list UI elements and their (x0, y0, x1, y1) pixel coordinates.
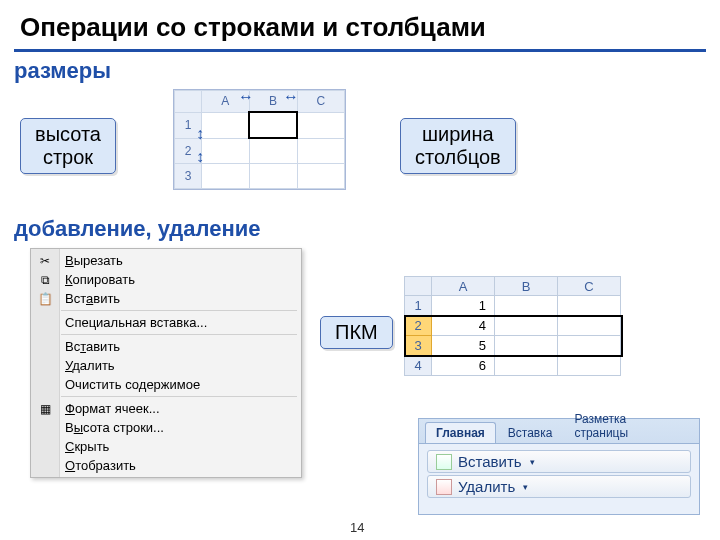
callout-row-height: высота строк (20, 118, 116, 174)
cell[interactable] (495, 356, 558, 376)
ribbon-delete-label: Удалить (458, 478, 515, 495)
cell[interactable]: 4 (432, 316, 495, 336)
menu-item-label: Высота строки... (65, 420, 164, 435)
cell[interactable]: 1 (432, 296, 495, 316)
row-header[interactable]: 2 (405, 316, 432, 336)
row-header[interactable]: 4 (405, 356, 432, 376)
col-resize-icon: ↔ (283, 88, 299, 106)
row-header[interactable]: 1 (405, 296, 432, 316)
col-header: B (495, 277, 558, 296)
menu-item-icon (37, 339, 53, 355)
ribbon: Главная Вставка Разметка страницы Встави… (418, 418, 700, 515)
cell[interactable]: 5 (432, 336, 495, 356)
section-sizes: размеры (0, 52, 720, 88)
menu-item[interactable]: Специальная вставка... (31, 313, 301, 332)
callout-col-width: ширина столбцов (400, 118, 516, 174)
dropdown-icon: ▾ (523, 482, 528, 492)
menu-separator (61, 334, 297, 335)
menu-item[interactable]: 📋Вставить (31, 289, 301, 308)
ribbon-insert-label: Вставить (458, 453, 522, 470)
menu-item-icon: ⧉ (37, 272, 53, 288)
callout-rmb: ПКМ (320, 316, 393, 349)
ribbon-delete-button[interactable]: Удалить ▾ (427, 475, 691, 498)
menu-item[interactable]: ⧉Копировать (31, 270, 301, 289)
col-header: C (558, 277, 621, 296)
cell[interactable] (495, 316, 558, 336)
cell[interactable] (558, 296, 621, 316)
dropdown-icon: ▾ (530, 457, 535, 467)
menu-separator (61, 310, 297, 311)
context-menu[interactable]: ✂Вырезать⧉Копировать📋ВставитьСпециальная… (30, 248, 302, 478)
grid-corner (175, 91, 202, 113)
menu-item-icon: ✂ (37, 253, 53, 269)
menu-item[interactable]: ✂Вырезать (31, 251, 301, 270)
ribbon-insert-button[interactable]: Вставить ▾ (427, 450, 691, 473)
cell[interactable] (495, 336, 558, 356)
menu-item[interactable]: Высота строки... (31, 418, 301, 437)
col-resize-icon: ↔ (238, 88, 254, 106)
row-header[interactable]: 3 (405, 336, 432, 356)
menu-item[interactable]: Скрыть (31, 437, 301, 456)
page-title: Операции со строками и столбцами (0, 0, 720, 49)
delete-cells-icon (436, 479, 452, 495)
menu-item-label: Отобразить (65, 458, 136, 473)
menu-item-label: Скрыть (65, 439, 109, 454)
row-resize-icon: ↕ (196, 148, 204, 166)
menu-item-icon (37, 377, 53, 393)
cell[interactable]: 6 (432, 356, 495, 376)
data-grid: A B C 11243546 (404, 276, 621, 376)
menu-item-label: Вставить (65, 339, 120, 354)
menu-item[interactable]: Очистить содержимое (31, 375, 301, 394)
row-header: 3 (175, 164, 202, 189)
menu-item-label: Очистить содержимое (65, 377, 200, 392)
section-addremove: добавление, удаление (0, 210, 261, 246)
menu-item-label: Вставить (65, 291, 120, 306)
menu-item[interactable]: Вставить (31, 337, 301, 356)
menu-item-icon (37, 439, 53, 455)
cell[interactable] (558, 316, 621, 336)
ribbon-tab-layout[interactable]: Разметка страницы (564, 409, 691, 443)
menu-item-label: Специальная вставка... (65, 315, 207, 330)
menu-item-icon: 📋 (37, 291, 53, 307)
menu-item-icon (37, 358, 53, 374)
menu-item[interactable]: Отобразить (31, 456, 301, 475)
menu-item-label: Удалить (65, 358, 115, 373)
row-resize-icon: ↕ (196, 125, 204, 143)
menu-item-icon (37, 420, 53, 436)
ribbon-tab-home[interactable]: Главная (425, 422, 496, 443)
cell[interactable] (495, 296, 558, 316)
ribbon-tab-insert[interactable]: Вставка (498, 423, 563, 443)
grid-corner (405, 277, 432, 296)
menu-item-icon: ▦ (37, 401, 53, 417)
menu-item-label: Копировать (65, 272, 135, 287)
insert-cells-icon (436, 454, 452, 470)
page-number: 14 (350, 520, 364, 535)
menu-item-icon (37, 315, 53, 331)
menu-item-label: Формат ячеек... (65, 401, 160, 416)
menu-item[interactable]: Удалить (31, 356, 301, 375)
menu-item-icon (37, 458, 53, 474)
cell[interactable] (558, 356, 621, 376)
menu-item[interactable]: ▦Формат ячеек... (31, 399, 301, 418)
col-header: A (432, 277, 495, 296)
menu-item-label: Вырезать (65, 253, 123, 268)
col-header: C (297, 91, 345, 113)
cell[interactable] (558, 336, 621, 356)
menu-separator (61, 396, 297, 397)
